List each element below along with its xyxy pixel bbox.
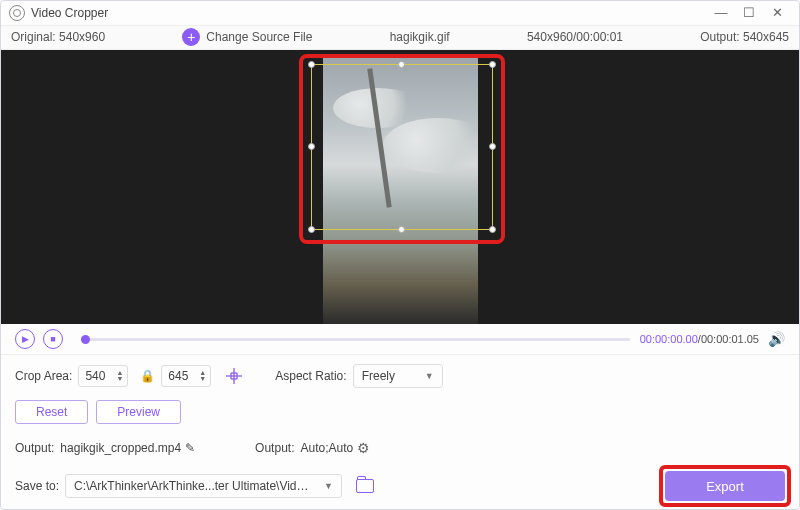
reset-button[interactable]: Reset: [15, 400, 88, 424]
crop-area-label: Crop Area:: [15, 369, 72, 383]
output-label: Output:: [700, 30, 739, 44]
lock-aspect-icon[interactable]: 🔒: [140, 369, 155, 383]
crop-height-input[interactable]: 645 ▲▼: [161, 365, 211, 387]
crop-handle-nw[interactable]: [308, 61, 315, 68]
output-settings-label: Output:: [255, 441, 294, 455]
crop-handle-se[interactable]: [489, 226, 496, 233]
center-crop-icon[interactable]: [223, 365, 245, 387]
play-button[interactable]: ▶: [15, 329, 35, 349]
chevron-down-icon[interactable]: ▼: [199, 376, 206, 382]
seek-thumb[interactable]: [81, 335, 90, 344]
aspect-ratio-value: Freely: [362, 369, 395, 383]
time-current: 00:00:00.00: [640, 333, 698, 345]
add-source-button[interactable]: +: [182, 28, 200, 46]
time-display: 00:00:00.00/00:00:01.05: [640, 333, 759, 345]
chevron-down-icon[interactable]: ▼: [116, 376, 123, 382]
original-label: Original:: [11, 30, 56, 44]
output-size: 540x645: [743, 30, 789, 44]
crop-handle-e[interactable]: [489, 143, 496, 150]
crop-width-value: 540: [85, 369, 113, 383]
minimize-button[interactable]: —: [707, 5, 735, 20]
export-button[interactable]: Export: [665, 471, 785, 501]
chevron-down-icon: ▼: [425, 371, 434, 381]
output-file-name: hagikgik_cropped.mp4: [60, 441, 181, 455]
preview-button[interactable]: Preview: [96, 400, 181, 424]
title-bar: Video Cropper — ☐ ✕: [1, 1, 799, 26]
seek-track[interactable]: [81, 338, 630, 341]
save-to-label: Save to:: [15, 479, 59, 493]
open-folder-icon[interactable]: [356, 479, 374, 493]
crop-selection-box[interactable]: [311, 64, 493, 230]
controls-panel: Crop Area: 540 ▲▼ 🔒 645 ▲▼ Aspect Ratio:…: [1, 354, 799, 509]
playback-bar: ▶ ■ 00:00:00.00/00:00:01.05 🔊: [1, 324, 799, 354]
crop-handle-sw[interactable]: [308, 226, 315, 233]
source-meta: 540x960/00:00:01: [527, 30, 623, 44]
crop-width-input[interactable]: 540 ▲▼: [78, 365, 128, 387]
output-file-label: Output:: [15, 441, 54, 455]
crop-handle-n[interactable]: [398, 61, 405, 68]
chevron-down-icon: ▼: [324, 481, 333, 491]
app-title: Video Cropper: [31, 6, 108, 20]
edit-output-name-icon[interactable]: ✎: [185, 441, 195, 455]
video-preview-area[interactable]: [1, 50, 799, 324]
crop-height-value: 645: [168, 369, 196, 383]
crop-handle-w[interactable]: [308, 143, 315, 150]
output-settings-value: Auto;Auto: [300, 441, 353, 455]
aspect-ratio-select[interactable]: Freely ▼: [353, 364, 443, 388]
save-path-select[interactable]: C:\ArkThinker\ArkThinke...ter Ultimate\V…: [65, 474, 342, 498]
info-bar: Original: 540x960 + Change Source File h…: [1, 26, 799, 51]
close-button[interactable]: ✕: [763, 5, 791, 20]
source-filename: hagikgik.gif: [390, 30, 450, 44]
app-icon: [9, 5, 25, 21]
stop-button[interactable]: ■: [43, 329, 63, 349]
crop-handle-ne[interactable]: [489, 61, 496, 68]
change-source-link[interactable]: Change Source File: [206, 30, 312, 44]
save-path-value: C:\ArkThinker\ArkThinke...ter Ultimate\V…: [74, 479, 314, 493]
output-settings-gear-icon[interactable]: ⚙: [357, 440, 370, 456]
volume-icon[interactable]: 🔊: [767, 330, 785, 348]
app-window: Video Cropper — ☐ ✕ Original: 540x960 + …: [0, 0, 800, 510]
maximize-button[interactable]: ☐: [735, 5, 763, 20]
original-size: 540x960: [59, 30, 105, 44]
aspect-ratio-label: Aspect Ratio:: [275, 369, 346, 383]
time-total: 00:00:01.05: [701, 333, 759, 345]
